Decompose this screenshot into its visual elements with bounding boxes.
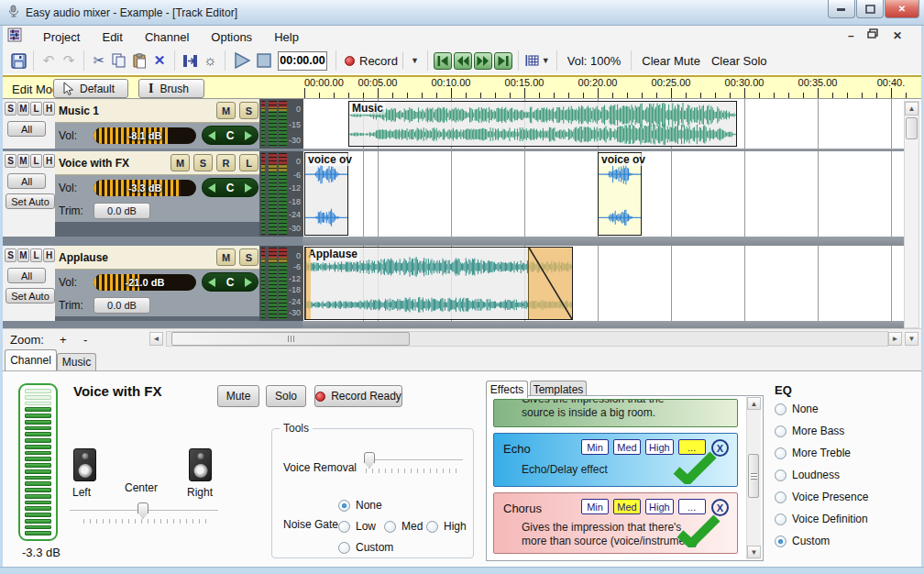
audio-clip-voice-1[interactable]: voice ov [304, 152, 348, 236]
solo-track-button[interactable]: S [239, 248, 258, 266]
mdi-close-icon[interactable]: ✕ [893, 29, 902, 42]
minimize-button[interactable] [828, 0, 855, 18]
pan-left-icon[interactable] [208, 183, 215, 193]
eq-radio-loudness[interactable]: Loudness [775, 469, 868, 481]
size-l-button[interactable]: L [30, 154, 42, 168]
copy-icon[interactable] [109, 50, 129, 72]
radio-icon[interactable] [338, 521, 350, 533]
record-dropdown-icon[interactable]: ▼ [411, 56, 419, 65]
effect-level-min[interactable]: Min [581, 439, 609, 455]
sun-settings-icon[interactable]: ☼ [200, 50, 220, 72]
size-m-button[interactable]: M [17, 154, 29, 168]
mute-track-button[interactable]: M [216, 248, 236, 266]
radio-icon[interactable] [775, 425, 786, 437]
close-button[interactable]: ✕ [885, 0, 919, 18]
menu-channel[interactable]: Channel [135, 28, 199, 47]
redo-button[interactable]: ↷ [59, 50, 79, 72]
radio-icon[interactable] [775, 513, 786, 525]
play-button[interactable] [230, 50, 254, 72]
edit-mode-default-button[interactable]: Default [53, 79, 128, 98]
fast-forward-button[interactable] [474, 52, 492, 70]
eq-radio-custom[interactable]: Custom [775, 535, 868, 547]
noise-gate-radio-high[interactable]: High [426, 520, 467, 533]
noise-gate-radio-custom[interactable]: Custom [338, 541, 393, 554]
size-h-button[interactable]: H [43, 248, 55, 262]
pan-control[interactable]: C [202, 178, 258, 197]
radio-icon[interactable] [775, 469, 786, 481]
size-s-button[interactable]: S [5, 154, 16, 168]
radio-icon[interactable] [384, 521, 396, 533]
rewind-button[interactable] [454, 52, 472, 70]
volume-slider[interactable]: -21.0 dB [94, 274, 196, 291]
record-ready-button[interactable]: Record Ready [314, 385, 402, 407]
fade-in-region[interactable] [305, 248, 311, 319]
scroll-up-icon[interactable] [747, 397, 761, 410]
size-l-button[interactable]: L [30, 102, 42, 116]
pan-right-icon[interactable] [245, 278, 252, 287]
effect-level-min[interactable]: Min [581, 499, 609, 514]
clear-solo-button[interactable]: Clear Solo [706, 54, 773, 68]
pan-slider-thumb[interactable] [138, 502, 148, 519]
effect-card-chorus[interactable]: Chorus MinMedHigh... X Gives the impress… [493, 492, 738, 554]
pan-left-icon[interactable] [208, 278, 215, 287]
vertical-scroll-thumb[interactable] [906, 117, 918, 139]
delete-icon[interactable]: ✕ [149, 50, 170, 72]
effect-level-med[interactable]: Med [613, 499, 641, 514]
mdi-restore-icon[interactable] [867, 28, 878, 41]
trim-button[interactable]: 0.0 dB [94, 203, 150, 219]
all-button[interactable]: All [7, 121, 46, 137]
timeline-ruler[interactable]: 00:00.0000:05.0000:10.0000:15.0000:20.00… [302, 77, 919, 99]
noise-gate-radio-none[interactable]: None [338, 499, 382, 512]
scroll-down-icon[interactable] [747, 546, 761, 558]
size-l-button[interactable]: L [30, 248, 42, 262]
size-m-button[interactable]: M [17, 248, 29, 262]
listen-track-button[interactable]: L [239, 154, 258, 171]
eq-radio-voice-definition[interactable]: Voice Definition [775, 513, 868, 525]
all-button[interactable]: All [7, 173, 46, 189]
audio-clip-applause[interactable]: Applause [304, 247, 573, 320]
effect-level-[interactable]: ... [678, 499, 706, 514]
radio-icon[interactable] [775, 447, 786, 459]
noise-gate-radio-med[interactable]: Med [384, 520, 423, 533]
menu-project[interactable]: Project [33, 28, 90, 47]
radio-icon[interactable] [775, 535, 786, 547]
menu-options[interactable]: Options [201, 28, 262, 47]
effect-level-high[interactable]: High [645, 499, 674, 514]
eq-radio-none[interactable]: None [775, 403, 868, 415]
all-button[interactable]: All [7, 268, 46, 283]
volume-slider[interactable]: -3.3 dB [94, 180, 196, 196]
effect-level-med[interactable]: Med [613, 439, 641, 455]
radio-icon[interactable] [426, 521, 438, 533]
menu-help[interactable]: Help [264, 28, 309, 47]
waveform-vertical-scrollbar[interactable] [904, 101, 919, 328]
solo-track-button[interactable]: S [239, 102, 258, 119]
fade-out-selection[interactable] [528, 248, 572, 319]
master-volume-label[interactable]: Vol: 100% [562, 54, 627, 68]
size-h-button[interactable]: H [43, 154, 55, 168]
solo-button[interactable]: Solo [266, 385, 306, 407]
scroll-down-icon[interactable] [905, 332, 918, 346]
radio-icon[interactable] [775, 491, 786, 503]
scroll-up-icon[interactable] [905, 102, 918, 116]
tab-music[interactable]: Music [57, 353, 96, 370]
mdi-minimize-icon[interactable]: – [848, 29, 854, 42]
scroll-left-icon[interactable] [149, 332, 163, 346]
tab-effects[interactable]: Effects [486, 381, 528, 398]
mute-track-button[interactable]: M [170, 154, 190, 171]
clear-mute-button[interactable]: Clear Mute [636, 54, 706, 68]
maximize-button[interactable] [856, 0, 884, 18]
import-track-icon[interactable] [180, 50, 200, 72]
eq-radio-more-bass[interactable]: More Bass [775, 425, 868, 437]
scroll-right-icon[interactable] [888, 332, 902, 346]
pan-right-icon[interactable] [245, 131, 252, 140]
effect-card-reverb-partial[interactable]: Gives the impression that the source is … [493, 399, 738, 427]
stop-button[interactable] [254, 50, 274, 72]
save-button[interactable] [8, 50, 28, 72]
effects-scrollbar[interactable] [746, 397, 761, 559]
size-m-button[interactable]: M [17, 102, 29, 116]
record-track-button[interactable]: R [216, 154, 236, 171]
skip-end-button[interactable] [494, 52, 512, 70]
eq-radio-voice-presence[interactable]: Voice Presence [775, 491, 868, 503]
radio-icon[interactable] [338, 542, 350, 554]
mute-track-button[interactable]: M [216, 102, 236, 119]
